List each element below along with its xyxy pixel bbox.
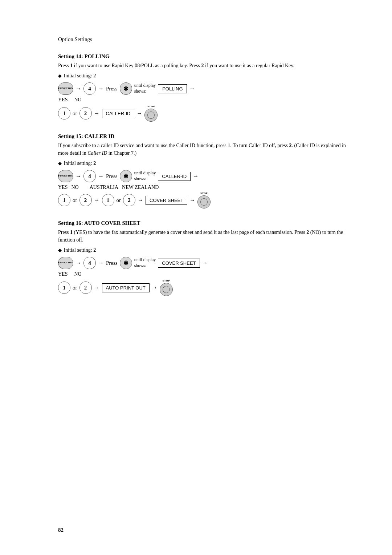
display-coversheet-16: COVER SHEET	[158, 259, 200, 268]
stop-button-15[interactable]	[197, 195, 211, 208]
function-button[interactable]: FUNCTION	[58, 82, 73, 95]
yes-label-16: YES	[58, 271, 68, 277]
button-1-15b[interactable]: 1	[102, 194, 114, 206]
yes-label-15: YES	[58, 185, 68, 190]
press-label-14: Press	[106, 86, 118, 92]
until-display-16: until display shows:	[134, 257, 156, 268]
arrow11: →	[189, 197, 195, 203]
setting16-title: Setting 16: AUTO COVER SHEET	[58, 220, 348, 226]
arrow15: →	[94, 284, 100, 291]
arrow12: →	[75, 260, 81, 266]
button-2-15a[interactable]: 2	[79, 194, 92, 206]
arrow6: →	[75, 173, 81, 179]
stop-wrapper-15: STOP	[197, 195, 211, 208]
display-autoprint-16: AUTO PRINT OUT	[102, 283, 150, 292]
button-2-16[interactable]: 2	[79, 281, 92, 294]
section-16: Setting 16: AUTO COVER SHEET Press 1 (YE…	[58, 220, 348, 296]
button-4[interactable]: 4	[83, 82, 96, 95]
setting15-diagram1: FUNCTION → 4 → Press ✱ until display sho…	[58, 170, 348, 182]
setting16-body: Press 1 (YES) to have the fax automatica…	[58, 228, 348, 244]
setting14-title: Setting 14: POLLING	[58, 53, 348, 60]
display-callerid-14: CALLER-ID	[102, 109, 135, 118]
setting14-initial: ◆ Initial setting: 2	[58, 73, 348, 79]
or-label-16: or	[73, 285, 77, 291]
arrow7: →	[98, 173, 104, 179]
arrow9: →	[94, 197, 100, 203]
button-1-15[interactable]: 1	[58, 194, 70, 206]
setting15-yes-no: YES NO AUSTRALIA NEW ZEALAND	[58, 185, 348, 190]
until-display-14: until display shows:	[134, 83, 156, 94]
arrow1: →	[75, 85, 81, 92]
page-title: Option Settings	[58, 36, 348, 42]
press-label-16: Press	[106, 260, 118, 266]
display-polling: POLLING	[158, 84, 187, 93]
button-2-14[interactable]: 2	[79, 107, 92, 119]
stop-button-14[interactable]	[144, 109, 158, 122]
setting14-diagram2: 1 or 2 → CALLER-ID → STOP	[58, 105, 348, 122]
yes-label-14: YES	[58, 97, 68, 103]
button-star-15[interactable]: ✱	[120, 170, 132, 182]
setting16-diagram1: FUNCTION → 4 → Press ✱ until display sho…	[58, 257, 348, 269]
press-label-15: Press	[106, 173, 118, 179]
setting14-yes-no: YES NO	[58, 97, 348, 103]
until-display-15: until display shows:	[134, 170, 156, 182]
setting14-diagram1: FUNCTION → 4 → Press ✱ until display sho…	[58, 82, 348, 95]
setting16-initial: ◆ Initial setting: 2	[58, 247, 348, 253]
setting16-yes-no: YES NO	[58, 271, 348, 277]
arrow5: →	[136, 110, 142, 117]
setting16-diagram2: 1 or 2 → AUTO PRINT OUT → STOP	[58, 279, 348, 296]
button-star-16[interactable]: ✱	[120, 257, 132, 269]
stop-wrapper-16: STOP	[160, 283, 173, 296]
setting15-body: If you subscribe to a caller ID service …	[58, 142, 348, 157]
button-2-15b[interactable]: 2	[123, 194, 135, 206]
button-1-14[interactable]: 1	[58, 107, 70, 119]
stop-button-16[interactable]	[160, 283, 173, 296]
page-number: 82	[58, 527, 64, 533]
arrow2: →	[98, 85, 104, 92]
arrow4: →	[94, 110, 100, 117]
function-button-15[interactable]: FUNCTION	[58, 170, 73, 182]
setting15-initial: ◆ Initial setting: 2	[58, 161, 348, 166]
australia-label: AUSTRALIA	[90, 185, 118, 190]
display-callerid-15: CALLER-ID	[158, 172, 191, 181]
stop-wrapper-14: STOP	[144, 109, 158, 122]
or-label-14: or	[73, 110, 77, 117]
display-coversheet-15: COVER SHEET	[146, 196, 187, 205]
section-15: Setting 15: CALLER ID If you subscribe t…	[58, 133, 348, 208]
button-4-16[interactable]: 4	[83, 257, 96, 269]
section-14: Setting 14: POLLING Press 1 if you want …	[58, 53, 348, 122]
button-star[interactable]: ✱	[120, 82, 132, 95]
arrow14: →	[202, 260, 208, 266]
setting14-body: Press 1 if you want to use Rapid Key 08/…	[58, 62, 348, 69]
arrow8: →	[193, 173, 199, 179]
arrow10: →	[138, 197, 143, 203]
button-4-15[interactable]: 4	[83, 170, 96, 182]
arrow16: →	[152, 284, 158, 291]
no-label-14: NO	[74, 97, 81, 103]
no-label-15: NO	[71, 185, 78, 190]
setting15-title: Setting 15: CALLER ID	[58, 133, 348, 139]
or-label-15a: or	[73, 197, 77, 203]
arrow13: →	[98, 260, 104, 266]
function-button-16[interactable]: FUNCTION	[58, 257, 73, 269]
setting15-diagram2: 1 or 2 → 1 or 2 → COVER SHEET → STOP	[58, 192, 348, 208]
no-label-16: NO	[74, 271, 81, 277]
arrow3: →	[189, 85, 195, 92]
new-zealand-label: NEW ZEALAND	[122, 185, 159, 190]
button-1-16[interactable]: 1	[58, 281, 70, 294]
or-label-15b: or	[117, 197, 121, 203]
